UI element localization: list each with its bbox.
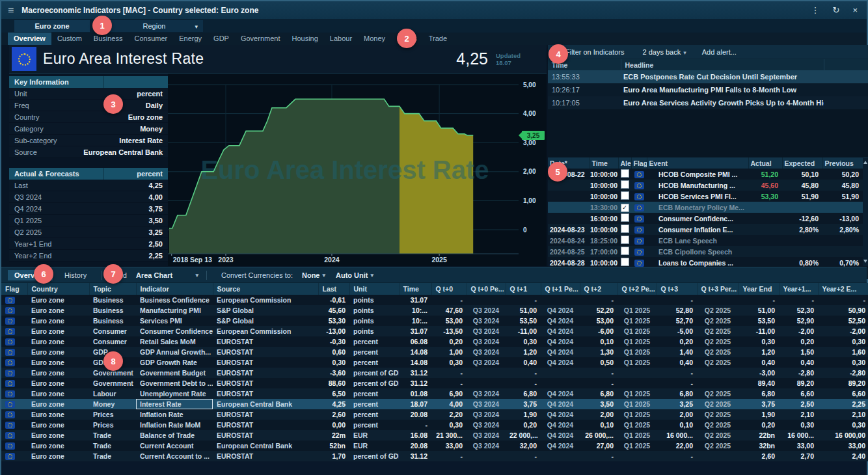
grid-row[interactable]: Euro zoneGovernmentGovernment Debt to ..… [1,378,868,388]
eu-flag-icon [5,359,15,366]
grid-row[interactable]: Euro zoneTradeCurrent Account to ...EURO… [1,451,868,461]
tab-business[interactable]: Business [88,33,129,45]
alert-checkbox[interactable]: ✓ [621,204,629,212]
add-alert-button[interactable]: Add alert... [702,48,737,56]
alert-checkbox[interactable] [621,258,629,266]
grid-col[interactable]: Year+2 E... [818,283,868,295]
calendar-col: Actual [748,157,782,169]
scroll-up-icon[interactable] [863,161,867,164]
grid-row[interactable]: Euro zoneBusinessBusiness ConfidenceEuro… [1,295,868,305]
chart-type-dropdown[interactable]: Area Chart▾ [136,271,198,279]
kebab-menu-icon[interactable]: ⋮ [811,5,820,15]
alert-checkbox[interactable] [621,247,629,255]
grid-row[interactable]: Euro zoneTradeBalance of TradeEUROSTAT22… [1,430,868,441]
grid-row[interactable]: Euro zoneConsumerConsumer ConfidenceEuro… [1,326,868,336]
grid-col[interactable]: Q t+2 Pe... [617,283,657,295]
alert-checkbox[interactable] [621,236,629,244]
tab-labour[interactable]: Labour [324,33,358,45]
lookback-dropdown[interactable]: 2 days back▾ [642,48,686,56]
calendar-row[interactable]: 10:00:00 HCOB Services PMI Fl... 53,30 5… [548,191,868,202]
calendar-row[interactable]: 2024-08-24 18:25:00 ECB Lane Speech [548,235,868,246]
grid-row[interactable]: Euro zoneConsumerRetail Sales MoMEUROSTA… [1,336,868,347]
calendar-row[interactable]: 10:00:00 HCOB Manufacturing ... 45,60 45… [548,180,868,191]
tab-gdp[interactable]: GDP [208,33,235,45]
grid-row[interactable]: Euro zoneGovernmentGovernment BudgetEURO… [1,368,868,378]
grid-cell: -13,50 [431,326,467,336]
grid-col[interactable]: Q t+3 Per... [697,283,739,295]
news-row[interactable]: 13:55:33ECB Postpones Rate Cut Decision … [548,70,868,83]
grid-cell: 0,20 [779,336,818,347]
alert-checkbox[interactable] [621,191,629,200]
grid-row[interactable]: Euro zonePricesInflation Rate MoMEUROSTA… [1,420,868,430]
tab-housing[interactable]: Housing [286,33,323,45]
grid-row[interactable]: Euro zoneGDPGDP Growth RateEUROSTAT0,30p… [1,357,868,368]
grid-cell: - [431,451,467,461]
grid-col[interactable]: Q t+0 [431,283,467,295]
grid-col[interactable]: Q t+2 [580,283,617,295]
tab-overview[interactable]: Overview [8,33,51,45]
refresh-icon[interactable]: ↻ [833,5,840,15]
grid-cell: 2,00 [580,409,617,420]
scroll-down-icon[interactable] [863,260,867,263]
tab-money[interactable]: Money [358,33,391,45]
grid-row[interactable]: Euro zoneGDPGDP Annual Growth...EUROSTAT… [1,347,868,357]
grid-col[interactable]: Year+1... [779,283,818,295]
tab-energy[interactable]: Energy [173,33,208,45]
tab-history[interactable]: History [58,270,93,280]
grid-row[interactable]: Euro zoneBusinessManufacturing PMIS&P Gl… [1,305,868,316]
grid-col[interactable]: Last [318,283,349,295]
grid-cell: Q3 2024 [467,420,506,430]
grid-cell: EUR [349,441,399,451]
grid-row[interactable]: Euro zoneLabourUnemployment RateEUROSTAT… [1,388,868,399]
alert-checkbox[interactable] [621,224,629,233]
news-row[interactable]: 10:17:05Euro Area Services Activity Grow… [548,96,868,109]
region-selector[interactable]: Region ▾ [105,20,203,32]
eu-flag-icon [5,390,15,398]
grid-col[interactable]: Flag [1,283,27,295]
grid-col[interactable]: Unit [349,283,399,295]
grid-col[interactable]: Q t+0 Pe... [467,283,506,295]
close-icon[interactable]: × [852,5,858,15]
info-row: Q3 20244,00 [9,191,168,203]
menu-icon[interactable]: ≡ [1,5,20,16]
tab-consumer[interactable]: Consumer [128,33,173,45]
rate-chart[interactable]: Euro Area Interest Rate5,004,003,002,001… [168,74,547,266]
grid-col[interactable]: Source [213,283,318,295]
grid-col[interactable]: Time [399,283,431,295]
grid-cell: Consumer [89,336,136,347]
calendar-row[interactable]: 2024-08-25 17:00:00 ECB Cipollone Speech [548,246,868,257]
grid-col[interactable]: Year End [739,283,779,295]
calendar-row[interactable]: 2024-08-23 10:00:00 Consumer Inflation E… [548,224,868,235]
grid-row[interactable]: Euro zoneMoneyInterest RateEuropean Cent… [1,399,868,409]
grid-col[interactable]: Q t+3 [657,283,697,295]
tab-custom[interactable]: Custom [51,33,88,45]
calendar-row[interactable]: 2024-08-22 10:00:00 HCOB Composite PMI .… [548,169,868,180]
annotation-badge: 3 [103,94,123,114]
grid-cell: Euro zone [27,399,89,409]
grid-cell: - [431,295,467,305]
auto-unit-dropdown[interactable]: Auto Unit▾ [336,271,373,279]
alert-checkbox[interactable] [621,213,629,222]
alert-checkbox[interactable] [621,180,629,189]
grid-col[interactable]: Topic [89,283,136,295]
grid-row[interactable]: Euro zonePricesInflation RateEUROSTAT2,6… [1,409,868,420]
calendar-row[interactable]: 13:30:00 ✓ ECB Monetary Policy Me... [548,202,868,213]
grid-cell: 0,20 [506,420,541,430]
calendar-row[interactable]: 16:00:00 Consumer Confidenc... -12,60 -1… [548,213,868,224]
grid-col[interactable]: Q t+1 Pe... [541,283,580,295]
calendar-col: Expected [782,157,822,169]
tab-government[interactable]: Government [235,33,286,45]
grid-col[interactable]: Q t+1 [506,283,541,295]
grid-row[interactable]: Euro zoneBusinessServices PMIS&P Global5… [1,316,868,326]
country-selector[interactable]: Euro zone [14,20,90,32]
grid-col[interactable]: Country [27,283,89,295]
calendar-scrollbar[interactable] [863,158,868,266]
grid-col[interactable]: Indicator [136,283,213,295]
grid-cell: 18.07 [399,399,431,409]
tab-trade[interactable]: Trade [423,33,453,45]
grid-cell: points [349,326,399,336]
news-row[interactable]: 10:26:17Euro Area Manufacturing PMI Fall… [548,83,868,96]
grid-row[interactable]: Euro zoneTradeCurrent AccountEuropean Ce… [1,441,868,451]
currency-dropdown[interactable]: None▾ [302,271,325,279]
alert-checkbox[interactable] [621,169,629,178]
